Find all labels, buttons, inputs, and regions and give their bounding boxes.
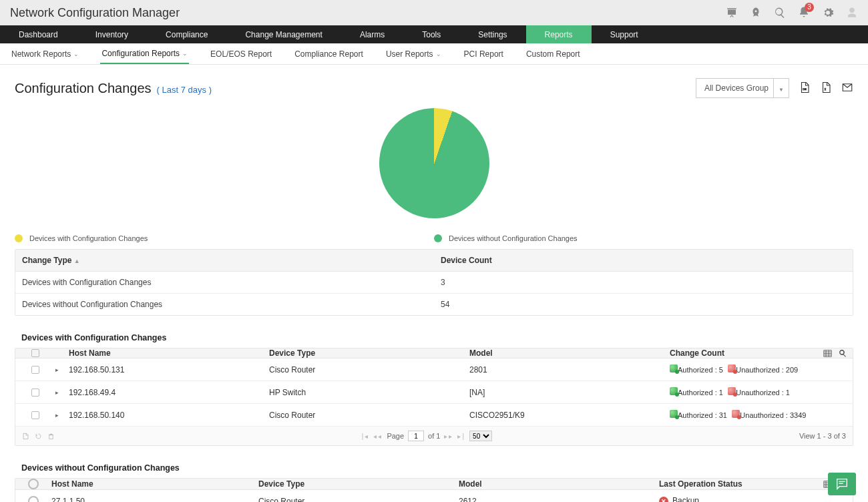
select-all-checkbox[interactable] xyxy=(31,349,39,357)
export-xls-icon[interactable] xyxy=(820,81,832,93)
pager-first-icon[interactable]: |◂ xyxy=(362,433,370,440)
status-fail-icon: ✕ xyxy=(659,497,668,502)
columns-icon[interactable] xyxy=(823,349,832,358)
device-row[interactable]: ▸ 192.168.50.131 Cisco Router 2801 Autho… xyxy=(15,358,853,381)
col-device-type[interactable]: Device Type xyxy=(258,479,459,489)
nav-reports[interactable]: Reports xyxy=(526,25,592,43)
chat-button[interactable] xyxy=(828,473,856,495)
nav-support[interactable]: Support xyxy=(592,25,657,43)
delete-small-icon[interactable] xyxy=(47,433,55,440)
nav-dashboard[interactable]: Dashboard xyxy=(0,25,77,43)
devices-with-table: Host Name Device Type Model Change Count… xyxy=(15,348,853,446)
rocket-icon[interactable] xyxy=(750,7,762,19)
summary-table: Change Type ▲ Device Count Devices with … xyxy=(15,249,853,316)
col-device-type[interactable]: Device Type xyxy=(269,348,469,358)
pager-size-select[interactable]: 50 xyxy=(469,431,492,441)
legend-dot-icon xyxy=(15,234,23,242)
subnav-custom-report[interactable]: Custom Report xyxy=(525,43,582,64)
unauthorized-label: Unauthorized : 3349 xyxy=(740,411,806,419)
authorized-icon xyxy=(670,364,678,372)
row-radio[interactable] xyxy=(28,496,39,503)
select-all-radio[interactable] xyxy=(28,479,39,489)
nav-change-management[interactable]: Change Management xyxy=(226,25,341,43)
nav-inventory[interactable]: Inventory xyxy=(77,25,147,43)
title-actions: All Devices Group ▼ xyxy=(696,78,853,98)
device-row[interactable]: ▸ 192.168.50.140 Cisco Router CISCO2951/… xyxy=(15,404,853,427)
email-icon[interactable] xyxy=(841,81,853,93)
nav-compliance[interactable]: Compliance xyxy=(147,25,226,43)
cell-last-operation: ✕Backup xyxy=(659,496,853,502)
cell-device-type: Cisco Router xyxy=(258,497,459,503)
search-icon[interactable] xyxy=(774,7,786,19)
unauthorized-label: Unauthorized : 1 xyxy=(736,389,790,397)
page-title-text: Configuration Changes xyxy=(15,81,152,96)
row-checkbox[interactable] xyxy=(31,389,39,397)
col-hostname[interactable]: Host Name xyxy=(69,348,269,358)
nav-tools[interactable]: Tools xyxy=(403,25,459,43)
chevron-down-icon: ⌄ xyxy=(73,51,79,57)
sub-nav: Network Reports⌄Configuration Reports⌄EO… xyxy=(0,43,868,65)
cell-device-type: Cisco Router xyxy=(269,365,469,374)
pager-next-icon[interactable]: ▸▸ xyxy=(444,433,453,440)
presentation-icon[interactable] xyxy=(726,7,738,19)
device-row[interactable]: ▸ 192.168.49.4 HP Switch [NA] Authorized… xyxy=(15,381,853,404)
refresh-small-icon[interactable] xyxy=(35,433,42,440)
export-pdf-icon[interactable] xyxy=(799,81,811,93)
pager-prev-icon[interactable]: ◂◂ xyxy=(373,433,383,440)
device-group-label: All Devices Group xyxy=(704,83,769,93)
cell-device-type: HP Switch xyxy=(269,388,469,397)
subnav-configuration-reports[interactable]: Configuration Reports⌄ xyxy=(100,43,189,64)
subnav-user-reports[interactable]: User Reports⌄ xyxy=(385,43,443,64)
pager-view-label: View 1 - 3 of 3 xyxy=(799,432,846,440)
subnav-compliance-report[interactable]: Compliance Report xyxy=(293,43,365,64)
search-icon[interactable] xyxy=(839,349,847,358)
row-checkbox[interactable] xyxy=(31,411,39,419)
pie-chart-graphic xyxy=(379,108,489,218)
col-change-type[interactable]: Change Type xyxy=(22,256,71,265)
col-hostname[interactable]: Host Name xyxy=(51,479,258,489)
user-icon[interactable] xyxy=(846,7,858,19)
cell-model: [NA] xyxy=(469,388,670,397)
summary-row: Devices with Configuration Changes3 xyxy=(15,272,853,294)
col-model[interactable]: Model xyxy=(459,479,659,489)
chat-icon xyxy=(835,477,849,491)
devices-without-header: Host Name Device Type Model Last Operati… xyxy=(15,479,853,490)
notification-badge: 3 xyxy=(805,3,814,12)
subnav-pci-report[interactable]: PCI Report xyxy=(463,43,505,64)
app-title: Network Configuration Manager xyxy=(10,6,180,20)
expand-icon[interactable]: ▸ xyxy=(55,366,69,373)
legend-label: Devices with Configuration Changes xyxy=(29,234,148,242)
row-checkbox[interactable] xyxy=(31,366,39,374)
expand-icon[interactable]: ▸ xyxy=(55,389,69,396)
subnav-eol-eos-report[interactable]: EOL/EOS Report xyxy=(209,43,273,64)
pager-page-input[interactable] xyxy=(408,431,424,441)
main-nav: DashboardInventoryComplianceChange Manag… xyxy=(0,25,868,43)
pie-chart xyxy=(15,108,853,218)
col-device-count[interactable]: Device Count xyxy=(434,250,853,271)
authorized-label: Authorized : 31 xyxy=(678,411,727,419)
gear-icon[interactable] xyxy=(822,7,834,19)
subnav-network-reports[interactable]: Network Reports⌄ xyxy=(10,43,80,64)
header-toolbar: 3 xyxy=(726,6,858,20)
authorized-label: Authorized : 5 xyxy=(678,366,723,374)
notifications-button[interactable]: 3 xyxy=(798,6,810,20)
expand-icon[interactable]: ▸ xyxy=(55,412,69,419)
nav-alarms[interactable]: Alarms xyxy=(341,25,403,43)
pager-last-icon[interactable]: ▸| xyxy=(457,433,465,440)
device-group-select[interactable]: All Devices Group ▼ xyxy=(696,78,789,98)
chart-legend: Devices with Configuration ChangesDevice… xyxy=(15,232,853,249)
pager-of-label: of 1 xyxy=(428,432,440,440)
nav-settings[interactable]: Settings xyxy=(459,25,525,43)
col-model[interactable]: Model xyxy=(469,348,670,358)
cell-change-count: Authorized : 1 Unauthorized : 1 xyxy=(670,387,853,397)
unauthorized-icon xyxy=(728,387,736,395)
devices-without-table: Host Name Device Type Model Last Operati… xyxy=(15,478,853,502)
export-small-icon[interactable] xyxy=(22,433,29,440)
page-title-suffix: ( Last 7 days ) xyxy=(157,85,212,95)
cell-device-count: 3 xyxy=(434,272,853,293)
device-row[interactable]: 27.1.1.50 Cisco Router 2612 ✕Backup xyxy=(15,490,853,502)
legend-label: Devices without Configuration Changes xyxy=(449,234,578,242)
cell-device-type: Cisco Router xyxy=(269,411,469,420)
cell-device-count: 54 xyxy=(434,294,853,315)
pager-page-label: Page xyxy=(387,432,404,440)
